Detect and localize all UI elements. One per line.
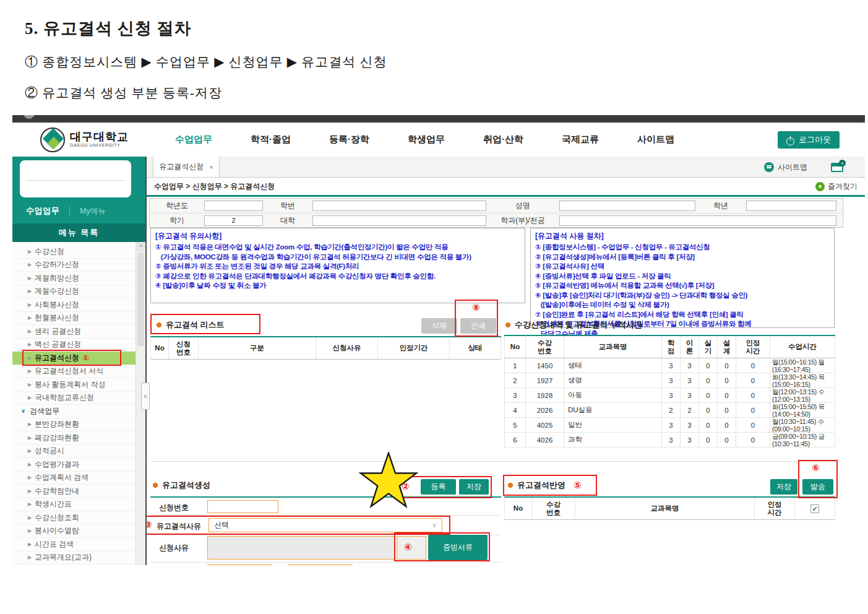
- triangle-icon: ▶: [28, 448, 32, 454]
- cell: 1928: [526, 388, 564, 403]
- nav-item-classwork[interactable]: 수업업무: [175, 134, 212, 145]
- tab-bar: 유고결석신청 × 사이트맵: [147, 157, 865, 178]
- period-start-input[interactable]: [207, 564, 272, 565]
- college-label: 대학: [263, 215, 312, 226]
- scrollbar-thumb[interactable]: [137, 253, 144, 346]
- column-header: 수강 번호: [526, 336, 564, 358]
- sidebar-item-sugang-permit[interactable]: ▶수강허가신청: [12, 259, 135, 272]
- orange-bullet-icon: [508, 483, 513, 488]
- cell: 아동: [564, 388, 662, 403]
- select-all-checkbox[interactable]: ✔: [810, 504, 819, 513]
- sidebar-menu: ▶수강신청 ▶수강허가신청 ▶계절희망신청 ▶계절수강신청 ▶사회봉사신청 ▶헌…: [12, 242, 145, 565]
- page-title: 5. 유고결석 신청 절차: [25, 17, 387, 40]
- sidebar-item-excused-absence[interactable]: ▶ 유고결석신청 ①: [12, 352, 135, 365]
- sidebar-item-menstrual-absence[interactable]: ▶생리 공결신청: [12, 325, 135, 339]
- create-save-button[interactable]: 저장: [459, 479, 489, 495]
- major-input[interactable]: [559, 215, 836, 226]
- sidebar-item-class-status[interactable]: ▶분반강좌현황: [12, 418, 135, 432]
- sidebar-item-season-sugang[interactable]: ▶계절수강신청: [12, 285, 135, 299]
- register-button[interactable]: 등록: [421, 479, 456, 495]
- nav-item-international[interactable]: 국제교류: [562, 134, 599, 145]
- name-input[interactable]: [559, 201, 695, 211]
- scroll-up-arrow[interactable]: ^: [136, 242, 145, 252]
- notice-body: ① 유고결석 적용은 대면수업 및 실시간 Zoom 수업, 학습기간(출석인정…: [155, 243, 520, 291]
- university-logo: 대구대학교 DAEGU UNIVERSITY: [40, 128, 129, 152]
- sidebar-item-vaccine-absence[interactable]: ▶백신 공결신청: [12, 339, 135, 352]
- sidebar-item-credit-guide[interactable]: ▶수강학점안내: [12, 485, 135, 498]
- reflect-table: No 수강 번호 교과목명 인정 시간 ✔: [504, 498, 835, 520]
- column-header: 실 기: [699, 336, 718, 358]
- column-header: 인정기간: [378, 337, 450, 360]
- sitemap-link[interactable]: 사이트맵: [764, 162, 807, 173]
- sidebar-item-timetable-search[interactable]: ▶시간표 검색: [12, 538, 135, 551]
- semester-input[interactable]: 2: [204, 215, 263, 226]
- cell: 5: [504, 418, 526, 433]
- year-input[interactable]: [204, 201, 263, 211]
- apply-no-input[interactable]: [207, 500, 278, 513]
- cell: 4025: [526, 418, 564, 433]
- nav-item-sitemap[interactable]: 사이트맵: [637, 134, 674, 145]
- reason-type-select[interactable]: 선택 ∨: [208, 518, 442, 532]
- logout-button[interactable]: 로그아웃: [778, 131, 840, 149]
- nav-item-registration[interactable]: 등록·장학: [329, 134, 369, 145]
- sidebar-item-volunteer[interactable]: ▶사회봉사신청: [12, 298, 135, 312]
- column-header: 설 계: [718, 336, 736, 358]
- delete-button[interactable]: 삭제: [421, 318, 457, 334]
- sidebar-item-excused-absence-form[interactable]: ▶유고결석신청서 서식: [12, 365, 135, 379]
- sidebar-item-class-eval[interactable]: ▶수업평가결과: [12, 458, 135, 472]
- sidebar-item-syllabus-search[interactable]: ▶수업계획서 검색: [12, 472, 135, 485]
- sidebar-item-partial[interactable]: ▶취업적성추천: [12, 564, 135, 565]
- reflect-save-button[interactable]: 저장: [770, 479, 797, 495]
- table-row: 2 1927 생명 3 3 0 0 0 화(13:30~14:45) 목(15:…: [504, 373, 835, 388]
- annotation-8: ⑧: [472, 302, 480, 313]
- sidebar-item-sugang-lookup[interactable]: ▶수강신청조회: [12, 511, 135, 525]
- tab-excused-absence[interactable]: 유고결석신청 ×: [153, 157, 220, 177]
- browser-top-strip: [12, 115, 865, 123]
- student-info-form: 학년도 학번 성명 학년 학기 2 대학 학과(부)/전공: [149, 198, 843, 228]
- sidebar-item-volunteer-record[interactable]: ▶봉사이수열람: [12, 525, 135, 538]
- sidebar-item-activity-plan[interactable]: ▶봉사 활동계획서 작성: [12, 378, 135, 392]
- nav-item-records[interactable]: 학적·졸업: [251, 134, 291, 145]
- breadcrumb-bar: 수업업무 > 신청업무 > 유고결석신청 ★ 즐겨찾기: [147, 178, 865, 195]
- cell: 0: [736, 373, 770, 388]
- student-no-label: 학번: [263, 201, 312, 211]
- tab-close-icon[interactable]: ×: [209, 163, 213, 171]
- cell: 1927: [526, 373, 564, 388]
- college-input[interactable]: [312, 215, 486, 226]
- name-label: 성명: [486, 201, 559, 211]
- popup-window-icon[interactable]: [831, 163, 843, 172]
- column-header: 교과목명: [564, 336, 662, 358]
- triangle-icon: ▶: [28, 462, 32, 467]
- cell: 3: [662, 358, 681, 373]
- student-no-input[interactable]: [312, 201, 486, 211]
- grade-input[interactable]: [746, 201, 836, 211]
- favorite-link[interactable]: ★ 즐겨찾기: [815, 181, 857, 192]
- evidence-button[interactable]: 증빙서류: [428, 535, 488, 560]
- column-header: 학 점: [662, 336, 681, 358]
- send-button[interactable]: 발송: [802, 479, 833, 495]
- column-header: No: [150, 337, 169, 360]
- cell: 3: [662, 373, 681, 388]
- nav-item-student[interactable]: 학생업무: [408, 134, 445, 145]
- sidebar-item-credit-exchange[interactable]: ▶국내학점교류신청: [12, 392, 135, 405]
- sidebar-item-closed-courses[interactable]: ▶폐강강좌현황: [12, 431, 135, 445]
- sidebar-tab-classwork[interactable]: 수업업무: [26, 205, 59, 217]
- sidebar-tab-mymenu[interactable]: My메뉴: [80, 206, 106, 217]
- period-end-input[interactable]: [288, 564, 353, 565]
- cell: 3: [662, 418, 681, 433]
- triangle-icon: ▶: [28, 249, 32, 254]
- sidebar-item-season-hope[interactable]: ▶계절희망신청: [12, 272, 135, 285]
- sidebar-item-student-timetable[interactable]: ▶학생시간표: [12, 498, 135, 512]
- procedure-step-2: ② 유고결석 생성 부분 등록-저장: [25, 84, 387, 102]
- print-button[interactable]: 인쇄: [460, 318, 496, 334]
- sidebar-section-search[interactable]: ∨검색업무: [12, 405, 135, 418]
- sidebar-item-blood-donation[interactable]: ▶헌혈봉사신청: [12, 312, 135, 326]
- cell: 0: [699, 358, 718, 373]
- sidebar-item-course-outline[interactable]: ▶교과목개요(교과): [12, 551, 135, 565]
- reason-textarea[interactable]: [207, 536, 395, 560]
- sidebar-collapse-handle[interactable]: <: [141, 383, 150, 410]
- sidebar-item-sugang[interactable]: ▶수강신청: [12, 245, 135, 259]
- column-header: 신청 번호: [169, 337, 199, 360]
- sidebar-item-grade-posting[interactable]: ▶성적공시: [12, 445, 135, 459]
- nav-item-career[interactable]: 취업·산학: [483, 134, 523, 145]
